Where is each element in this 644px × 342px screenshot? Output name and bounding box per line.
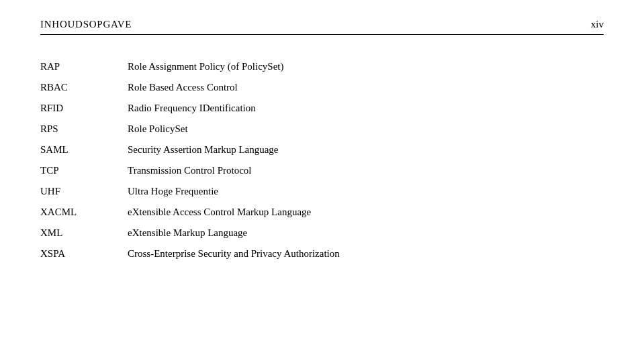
acronym-definition: Ultra Hoge Frequentie <box>128 181 604 202</box>
acronym-table: RAPRole Assignment Policy (of PolicySet)… <box>40 56 604 264</box>
table-row: RAPRole Assignment Policy (of PolicySet) <box>40 56 604 77</box>
acronym-definition: eXtensible Markup Language <box>128 223 604 243</box>
acronym-abbr: TCP <box>40 160 128 181</box>
acronym-abbr: XML <box>40 223 128 243</box>
page-header: INHOUDSOPGAVE xiv <box>40 19 604 35</box>
acronym-abbr: SAML <box>40 139 128 160</box>
table-row: RBACRole Based Access Control <box>40 77 604 98</box>
acronym-abbr: RBAC <box>40 77 128 98</box>
acronym-abbr: UHF <box>40 181 128 202</box>
table-row: SAMLSecurity Assertion Markup Language <box>40 139 604 160</box>
acronym-abbr: RFID <box>40 98 128 119</box>
header-page-number: xiv <box>591 19 604 30</box>
table-row: RFIDRadio Frequency IDentification <box>40 98 604 119</box>
page: INHOUDSOPGAVE xiv RAPRole Assignment Pol… <box>0 0 644 342</box>
acronym-abbr: RPS <box>40 119 128 139</box>
acronym-definition: Cross-Enterprise Security and Privacy Au… <box>128 243 604 264</box>
table-row: RPSRole PolicySet <box>40 119 604 139</box>
acronym-definition: Role PolicySet <box>128 119 604 139</box>
acronym-abbr: XACML <box>40 202 128 223</box>
table-row: TCPTransmission Control Protocol <box>40 160 604 181</box>
acronym-definition: Radio Frequency IDentification <box>128 98 604 119</box>
header-title: INHOUDSOPGAVE <box>40 19 132 30</box>
acronym-definition: Security Assertion Markup Language <box>128 139 604 160</box>
acronym-definition: eXtensible Access Control Markup Languag… <box>128 202 604 223</box>
acronym-abbr: RAP <box>40 56 128 77</box>
acronym-definition: Role Based Access Control <box>128 77 604 98</box>
table-row: XACMLeXtensible Access Control Markup La… <box>40 202 604 223</box>
table-row: XSPACross-Enterprise Security and Privac… <box>40 243 604 264</box>
acronym-abbr: XSPA <box>40 243 128 264</box>
table-row: UHFUltra Hoge Frequentie <box>40 181 604 202</box>
acronym-definition: Transmission Control Protocol <box>128 160 604 181</box>
table-row: XMLeXtensible Markup Language <box>40 223 604 243</box>
acronym-definition: Role Assignment Policy (of PolicySet) <box>128 56 604 77</box>
